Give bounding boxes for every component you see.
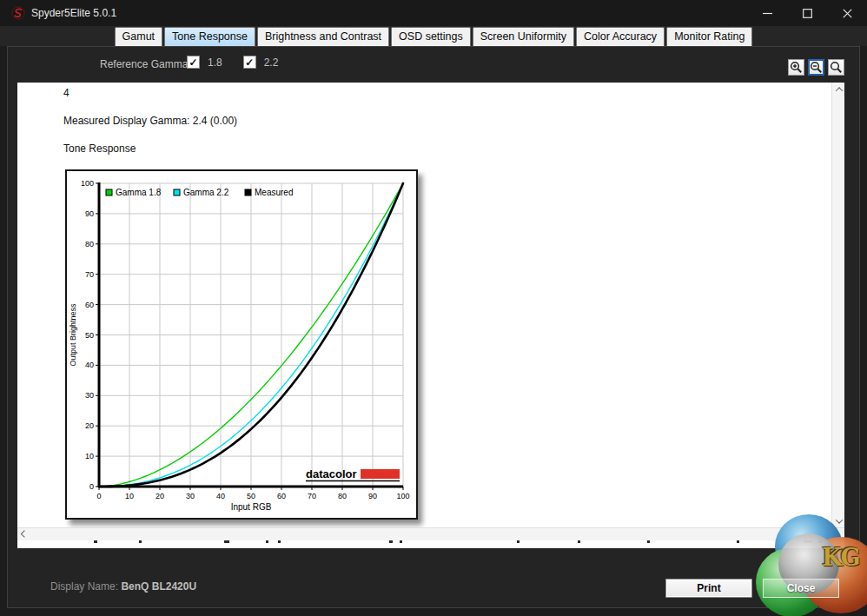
tab-monitor-rating[interactable]: Monitor Rating bbox=[666, 27, 752, 46]
svg-text:40: 40 bbox=[216, 492, 225, 500]
window-title: Spyder5Elite 5.0.1 bbox=[31, 7, 116, 19]
zoom-reset-button[interactable] bbox=[828, 59, 844, 76]
svg-text:50: 50 bbox=[247, 492, 255, 500]
gamma-checkbox-2-2[interactable]: ✓ bbox=[243, 56, 256, 69]
close-icon bbox=[843, 9, 852, 18]
measured-gamma-text: Measured Display Gamma: 2.4 (0.00) bbox=[63, 115, 237, 127]
zoom-button-group bbox=[788, 59, 844, 76]
scroll-up-button[interactable] bbox=[832, 83, 845, 96]
svg-text:90: 90 bbox=[368, 492, 377, 500]
svg-text:40: 40 bbox=[85, 361, 94, 369]
clipped-text-row bbox=[17, 540, 844, 548]
svg-text:datacolor: datacolor bbox=[306, 467, 357, 480]
titlebar: Spyder5Elite 5.0.1 bbox=[0, 0, 867, 26]
tab-tone-response[interactable]: Tone Response bbox=[164, 27, 255, 46]
chevron-right-icon bbox=[821, 533, 828, 540]
svg-text:30: 30 bbox=[85, 391, 94, 400]
print-button[interactable]: Print bbox=[665, 579, 752, 598]
close-window-button[interactable] bbox=[827, 0, 867, 26]
close-button[interactable]: Close bbox=[763, 579, 839, 598]
svg-text:Gamma 2.2: Gamma 2.2 bbox=[183, 188, 229, 197]
svg-text:100: 100 bbox=[81, 179, 94, 188]
svg-text:20: 20 bbox=[85, 421, 94, 430]
maximize-icon bbox=[803, 9, 812, 18]
gamma-checkbox-1-8[interactable]: ✓ bbox=[187, 56, 200, 69]
svg-text:60: 60 bbox=[85, 301, 94, 309]
scroll-left-button[interactable] bbox=[17, 528, 30, 541]
svg-text:80: 80 bbox=[338, 492, 347, 500]
svg-text:100: 100 bbox=[396, 492, 409, 500]
svg-text:70: 70 bbox=[308, 492, 316, 500]
zoom-reset-icon bbox=[830, 61, 843, 74]
svg-text:Gamma 1.8: Gamma 1.8 bbox=[116, 188, 162, 197]
reference-gamma-label: Reference Gamma: bbox=[100, 58, 191, 70]
display-name-value: BenQ BL2420U bbox=[121, 580, 196, 593]
reference-gamma-checkboxes: ✓1.8✓2.2 bbox=[187, 56, 299, 69]
gamma-checkbox-label: 2.2 bbox=[264, 56, 279, 69]
page-number: 4 bbox=[63, 87, 69, 99]
chevron-up-icon bbox=[835, 87, 842, 94]
tab-osd-settings[interactable]: OSD settings bbox=[391, 27, 471, 46]
svg-text:0: 0 bbox=[96, 492, 101, 500]
zoom-in-button[interactable] bbox=[788, 59, 804, 76]
horizontal-scrollbar[interactable] bbox=[17, 527, 844, 540]
tab-gamut[interactable]: Gamut bbox=[115, 27, 163, 46]
tab-color-accuracy[interactable]: Color Accuracy bbox=[576, 27, 665, 46]
chevron-down-icon bbox=[835, 516, 842, 523]
display-name-label: Display Name: bbox=[50, 580, 118, 593]
minimize-button[interactable] bbox=[747, 0, 787, 26]
app-window: Spyder5Elite 5.0.1 GamutTone ResponseBri… bbox=[0, 0, 867, 616]
toolbar: Reference Gamma: ✓1.8✓2.2 bbox=[7, 46, 860, 83]
chevron-left-icon bbox=[20, 530, 27, 537]
vertical-scrollbar[interactable] bbox=[831, 83, 844, 527]
svg-text:Output Brightness: Output Brightness bbox=[69, 303, 77, 367]
scroll-down-button[interactable] bbox=[832, 514, 845, 527]
svg-text:0: 0 bbox=[89, 482, 94, 491]
section-title: Tone Response bbox=[63, 142, 136, 155]
svg-text:90: 90 bbox=[85, 209, 94, 218]
svg-text:30: 30 bbox=[186, 492, 195, 500]
maximize-button[interactable] bbox=[787, 0, 827, 26]
tab-screen-uniformity[interactable]: Screen Uniformity bbox=[473, 27, 574, 46]
svg-text:80: 80 bbox=[85, 240, 94, 248]
svg-text:10: 10 bbox=[85, 452, 94, 460]
svg-text:Input RGB: Input RGB bbox=[231, 502, 272, 512]
window-controls bbox=[747, 0, 867, 26]
svg-text:10: 10 bbox=[125, 492, 134, 500]
content-area: 4 Measured Display Gamma: 2.4 (0.00) Ton… bbox=[17, 83, 844, 548]
svg-text:20: 20 bbox=[156, 492, 164, 500]
tab-bar: GamutTone ResponseBrightness and Contras… bbox=[0, 26, 867, 46]
tone-response-chart: 0102030405060708090100010203040506070809… bbox=[65, 169, 418, 520]
scroll-right-button[interactable] bbox=[818, 528, 831, 541]
tab-brightness-and-contrast[interactable]: Brightness and Contrast bbox=[257, 27, 389, 46]
svg-text:Measured: Measured bbox=[255, 188, 293, 197]
minimize-icon bbox=[763, 9, 772, 18]
zoom-out-button[interactable] bbox=[808, 59, 824, 76]
gamma-checkbox-label: 1.8 bbox=[208, 56, 222, 69]
zoom-in-icon bbox=[790, 61, 803, 74]
spyder-app-icon bbox=[11, 6, 25, 20]
display-name: Display Name: BenQ BL2420U bbox=[50, 580, 196, 593]
svg-text:60: 60 bbox=[277, 492, 286, 500]
svg-text:50: 50 bbox=[85, 331, 94, 340]
zoom-out-icon bbox=[810, 61, 823, 74]
svg-text:70: 70 bbox=[85, 270, 94, 279]
